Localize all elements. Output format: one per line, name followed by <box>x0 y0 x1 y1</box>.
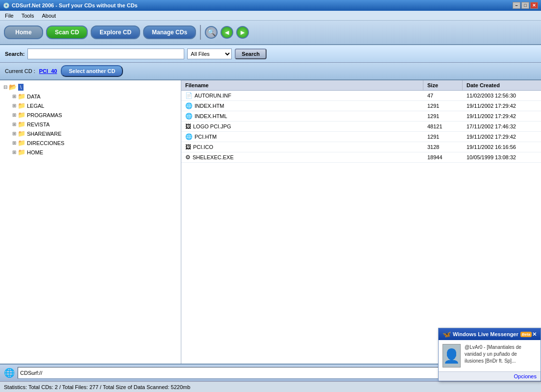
tree-item-revista[interactable]: ⊞ 📁 REVISTA <box>0 120 181 129</box>
current-cd-name[interactable]: PCI_40 <box>39 68 57 74</box>
file-date-cell: 10/05/1999 13:08:32 <box>463 153 541 162</box>
file-date-cell: 19/11/2002 16:16:56 <box>463 143 541 151</box>
toolbar-separator <box>200 25 201 40</box>
tree-label-data: DATA <box>27 94 41 99</box>
window-title: CDSurf.Net 2006 - Surf your CDs without … <box>12 2 138 8</box>
file-size-cell: 1291 <box>423 132 463 141</box>
messenger-icon: 🦋 <box>443 330 451 338</box>
tree-item-home[interactable]: ⊞ 📁 HOME <box>0 147 181 157</box>
maximize-button[interactable]: □ <box>521 2 529 9</box>
titlebar: 💿 CDSurf.Net 2006 - Surf your CDs withou… <box>0 0 541 11</box>
tree-toggle-direcciones[interactable]: ⊞ <box>11 140 18 146</box>
tree-item-direcciones[interactable]: ⊞ 📁 DIRECCIONES <box>0 138 181 147</box>
tree-item-root[interactable]: ⊟ 📂 \ <box>0 82 181 92</box>
tree-toggle-programas[interactable]: ⊞ <box>11 112 18 118</box>
messenger-avatar: 👤 <box>443 344 461 368</box>
home-button[interactable]: Home <box>4 25 43 39</box>
tree-toggle-legal[interactable]: ⊞ <box>11 103 18 108</box>
info-icon[interactable]: 🔍 <box>205 26 218 39</box>
file-name-cell: 🌐 PCI.HTM <box>181 132 423 142</box>
table-row[interactable]: 🌐 INDEX.HTML 1291 19/11/2002 17:29:42 <box>181 111 541 122</box>
titlebar-left: 💿 CDSurf.Net 2006 - Surf your CDs withou… <box>3 2 138 9</box>
tree-label-legal: LEGAL <box>27 103 44 109</box>
messenger-close-button[interactable]: ✕ <box>532 331 537 338</box>
tree-toggle-data[interactable]: ⊞ <box>11 94 18 99</box>
minimize-button[interactable]: – <box>513 2 520 9</box>
folder-icon-programas: 📁 <box>18 111 25 119</box>
file-icon: 🌐 <box>185 113 193 120</box>
messenger-beta-badge: Beta <box>520 332 532 337</box>
file-date-cell: 11/02/2003 12:56:30 <box>463 91 541 100</box>
table-row[interactable]: 🖼 PCI.ICO 3128 19/11/2002 16:16:56 <box>181 142 541 152</box>
menu-file[interactable]: File <box>3 12 16 20</box>
tree-toggle-revista[interactable]: ⊞ <box>11 122 18 127</box>
tree-toggle-home[interactable]: ⊞ <box>11 149 18 155</box>
status-text: Statistics: Total CDs: 2 / Total Files: … <box>4 384 190 390</box>
header-size: Size <box>423 80 463 90</box>
file-date-cell: 17/11/2002 17:46:32 <box>463 122 541 131</box>
search-filter-select[interactable]: All Files By Name By Extension <box>187 49 232 59</box>
explore-cd-button[interactable]: Explore CD <box>91 25 140 39</box>
app-icon: 💿 <box>3 2 10 9</box>
scan-cd-button[interactable]: Scan CD <box>46 25 88 39</box>
tree-item-data[interactable]: ⊞ 📁 DATA <box>0 92 181 101</box>
file-size-cell: 1291 <box>423 101 463 110</box>
tree-panel: ⊟ 📂 \ ⊞ 📁 DATA ⊞ 📁 LEGAL ⊞ 📁 PROGRAMAS ⊞… <box>0 80 181 364</box>
file-size-cell: 3128 <box>423 143 463 151</box>
table-row[interactable]: 🌐 PCI.HTM 1291 19/11/2002 17:29:42 <box>181 132 541 142</box>
table-row[interactable]: 🖼 LOGO PCI.JPG 48121 17/11/2002 17:46:32 <box>181 122 541 132</box>
tree-label-home: HOME <box>27 149 43 155</box>
file-name: LOGO PCI.JPG <box>193 123 231 129</box>
file-icon: 🌐 <box>185 102 193 109</box>
tree-label-direcciones: DIRECCIONES <box>27 140 64 146</box>
table-row[interactable]: 🌐 INDEX.HTM 1291 19/11/2002 17:29:42 <box>181 101 541 111</box>
menubar: File Tools About <box>0 11 541 21</box>
nav-back-button[interactable]: ◄ <box>221 26 233 39</box>
file-name: AUTORUN.INF <box>195 93 231 98</box>
close-button[interactable]: ✕ <box>530 2 538 9</box>
file-list-header: Filename Size Date Created <box>181 80 541 91</box>
nav-forward-button[interactable]: ► <box>236 26 249 39</box>
tree-item-shareware[interactable]: ⊞ 📁 SHAREWARE <box>0 129 181 138</box>
file-date-cell: 19/11/2002 17:29:42 <box>463 112 541 121</box>
file-size-cell: 18944 <box>423 153 463 162</box>
file-name: PCI.HTM <box>195 134 217 140</box>
file-name-cell: 🖼 PCI.ICO <box>181 142 423 152</box>
file-name-cell: 🖼 LOGO PCI.JPG <box>181 122 423 131</box>
file-name: PCI.ICO <box>193 144 213 150</box>
header-filename: Filename <box>181 80 423 90</box>
file-size-cell: 48121 <box>423 122 463 131</box>
messenger-header: 🦋 Windows Live Messenger Beta ✕ <box>439 328 541 340</box>
menu-tools[interactable]: Tools <box>20 12 36 20</box>
folder-icon-home: 📁 <box>18 148 25 156</box>
tree-toggle-shareware[interactable]: ⊞ <box>11 131 18 136</box>
search-input[interactable] <box>27 49 184 59</box>
messenger-options-link[interactable]: Opciones <box>439 371 541 381</box>
titlebar-controls: – □ ✕ <box>513 2 538 9</box>
messenger-body: 👤 @LvAr0 - [Manantiales de vanidad y un … <box>439 340 541 371</box>
folder-icon-direcciones: 📁 <box>18 139 25 147</box>
toolbar: Home Scan CD Explore CD Manage CDs 🔍 ◄ ► <box>0 21 541 45</box>
globe-icon: 🌐 <box>4 368 15 378</box>
tree-label-revista: REVISTA <box>27 122 49 127</box>
manage-cds-button[interactable]: Manage CDs <box>143 25 196 39</box>
search-button[interactable]: Search <box>235 49 267 59</box>
file-name-cell: 🌐 INDEX.HTM <box>181 101 423 111</box>
tree-toggle-root[interactable]: ⊟ <box>2 84 9 90</box>
messenger-title: Windows Live Messenger <box>453 331 518 337</box>
search-label: Search: <box>5 51 25 57</box>
tree-item-programas[interactable]: ⊞ 📁 PROGRAMAS <box>0 110 181 120</box>
table-row[interactable]: 📄 AUTORUN.INF 47 11/02/2003 12:56:30 <box>181 91 541 101</box>
tree-item-legal[interactable]: ⊞ 📁 LEGAL <box>0 101 181 110</box>
file-name: INDEX.HTML <box>195 113 227 119</box>
cd-bar: Current CD : PCI_40 Select another CD <box>0 63 541 80</box>
statusbar: Statistics: Total CDs: 2 / Total Files: … <box>0 381 541 392</box>
folder-icon-root: 📂 <box>9 83 17 91</box>
file-icon: 🖼 <box>185 144 191 150</box>
folder-icon-data: 📁 <box>18 93 25 100</box>
folder-icon-legal: 📁 <box>18 102 25 109</box>
table-row[interactable]: ⚙ SHELEXEC.EXE 18944 10/05/1999 13:08:32 <box>181 152 541 163</box>
tree-label-shareware: SHAREWARE <box>27 131 62 137</box>
menu-about[interactable]: About <box>40 12 58 20</box>
select-cd-button[interactable]: Select another CD <box>61 65 123 77</box>
